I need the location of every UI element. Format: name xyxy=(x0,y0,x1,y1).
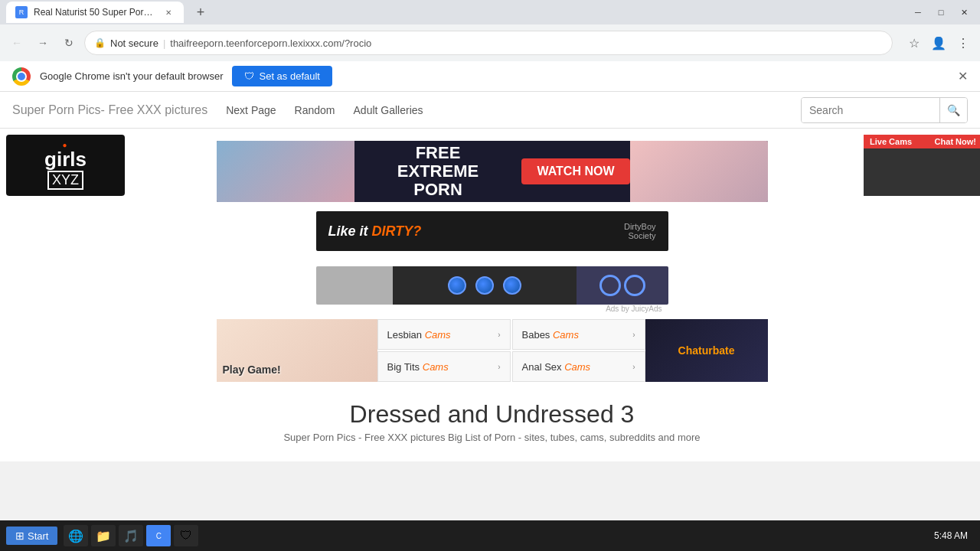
taskbar-items: 🌐 📁 🎵 C 🛡 xyxy=(64,525,922,546)
chat-now-label: Chat Now! xyxy=(935,137,976,146)
chevron-right-icon: › xyxy=(632,363,635,371)
ad-mid-container: Ads by JuicyAds xyxy=(126,260,858,319)
chaturbate-text: Chaturbate xyxy=(678,344,735,357)
address-divider: | xyxy=(163,37,165,49)
big-tits-cams-button[interactable]: Big Tits Cams › xyxy=(377,351,511,382)
main-navigation: Super Porn Pics- Free XXX pictures Next … xyxy=(0,92,980,129)
ad-banner-2-container: Like it DIRTY? DirtyBoySociety xyxy=(126,211,858,260)
page-layout: ● girls XYZ FREEEXTREMEPORN WATCH NOW Li… xyxy=(0,129,980,461)
chevron-right-icon: › xyxy=(498,363,500,371)
taskbar-ie-icon[interactable]: 🌐 xyxy=(64,525,88,546)
babes-cams-button[interactable]: Babes Cams › xyxy=(512,319,645,350)
taskbar-security-icon[interactable]: 🛡 xyxy=(174,525,198,546)
toolbar-icons: ☆ 👤 ⋮ xyxy=(903,32,974,54)
ad-watch-now-button[interactable]: WATCH NOW xyxy=(521,158,629,184)
start-button[interactable]: ⊞ Start xyxy=(6,527,57,545)
chevron-right-icon: › xyxy=(498,331,500,339)
shield-icon: 🛡 xyxy=(244,70,254,82)
new-tab-button[interactable]: + xyxy=(190,2,211,23)
chrome-logo-icon xyxy=(12,67,31,86)
banner-message: Google Chrome isn't your default browser xyxy=(40,70,223,82)
taskbar-media-icon[interactable]: 🎵 xyxy=(119,525,143,546)
search-container: 🔍 xyxy=(801,97,968,123)
url-text: thaifreeporn.teenforceporn.lexixxx.com/?… xyxy=(170,37,371,49)
cams-grid: Lesbian Cams › Babes Cams › Big Tits Cam… xyxy=(377,319,645,382)
play-game-ad[interactable]: Play Game! xyxy=(217,319,377,382)
ad-banner-1[interactable]: FREEEXTREMEPORN WATCH NOW xyxy=(217,141,768,202)
minimize-button[interactable]: ─ xyxy=(908,5,928,20)
ad-mid-banner[interactable] xyxy=(316,266,668,305)
cam-dot-2 xyxy=(475,276,494,295)
live-cams-content xyxy=(864,148,980,196)
girls-xyz-text: girls xyxy=(44,149,87,169)
site-title: Super Porn Pics- Free XXX pictures xyxy=(12,103,207,117)
tab-title: Real Naturist 50 Super Porn Pics - F... xyxy=(34,7,156,18)
cam-ring-2 xyxy=(624,275,645,296)
bookmark-star-icon[interactable]: ☆ xyxy=(903,32,925,54)
anal-sex-cams-button[interactable]: Anal Sex Cams › xyxy=(512,351,645,382)
juicyads-label: Ads by JuicyAds xyxy=(316,305,668,313)
refresh-button[interactable]: ↻ xyxy=(58,32,80,54)
girls-xyz-logo: ● girls XYZ xyxy=(44,141,87,190)
close-window-button[interactable]: ✕ xyxy=(954,5,974,20)
search-input[interactable] xyxy=(802,98,939,122)
cam-ring-1 xyxy=(599,275,621,296)
address-bar: ← → ↻ 🔒 Not secure | thaifreeporn.teenfo… xyxy=(0,24,980,61)
title-bar: R Real Naturist 50 Super Porn Pics - F..… xyxy=(0,0,980,24)
ad-mid-wrapper: Ads by JuicyAds xyxy=(316,266,668,316)
chaturbate-ad[interactable]: Chaturbate xyxy=(645,319,768,382)
not-secure-label: Not secure xyxy=(110,37,158,49)
dirty-logo: Like it DIRTY? xyxy=(328,223,422,240)
back-button[interactable]: ← xyxy=(6,32,28,54)
cam-dot-3 xyxy=(503,276,521,295)
cams-wrapper: Play Game! Lesbian Cams › Babes Cams › B… xyxy=(217,319,768,382)
ad-mid-right xyxy=(577,266,668,305)
tab-close-button[interactable]: ✕ xyxy=(162,6,175,18)
taskbar-folder-icon[interactable]: 📁 xyxy=(91,525,116,546)
ad-mid-left-image xyxy=(316,266,393,305)
ad-banner-right-image xyxy=(630,141,768,202)
cams-section: Play Game! Lesbian Cams › Babes Cams › B… xyxy=(126,319,858,388)
browser-tab[interactable]: R Real Naturist 50 Super Porn Pics - F..… xyxy=(6,2,184,23)
default-browser-banner: Google Chrome isn't your default browser… xyxy=(0,61,980,92)
dirtyboy-society: DirtyBoySociety xyxy=(624,222,656,240)
window-controls: ─ □ ✕ xyxy=(908,5,974,20)
adult-galleries-link[interactable]: Adult Galleries xyxy=(354,104,423,116)
ad-free-text: FREEEXTREMEPORN xyxy=(397,144,479,200)
ad-banner-center: FREEEXTREMEPORN xyxy=(354,144,522,200)
taskbar-time: 5:48 AM xyxy=(928,530,974,541)
main-content: FREEEXTREMEPORN WATCH NOW Like it DIRTY?… xyxy=(126,129,858,461)
girls-xyz-label: XYZ xyxy=(47,171,83,190)
left-sidebar: ● girls XYZ xyxy=(0,129,126,461)
menu-icon[interactable]: ⋮ xyxy=(952,32,974,54)
play-game-label: Play Game! xyxy=(223,364,281,376)
random-link[interactable]: Random xyxy=(295,104,335,116)
title-section: Dressed and Undressed 3 Super Porn Pics … xyxy=(126,388,858,449)
search-button[interactable]: 🔍 xyxy=(939,98,967,122)
lesbian-cams-button[interactable]: Lesbian Cams › xyxy=(377,319,511,350)
taskbar-chrome-icon[interactable]: C xyxy=(146,525,171,546)
ad-mid-center xyxy=(393,266,577,305)
banner-close-button[interactable]: ✕ xyxy=(958,69,968,83)
cam-dot-1 xyxy=(448,276,466,295)
page-subtitle: Super Porn Pics - Free XXX pictures Big … xyxy=(126,432,858,443)
maximize-button[interactable]: □ xyxy=(931,5,951,20)
girls-xyz-ad[interactable]: ● girls XYZ xyxy=(6,135,125,196)
ad-banner-2[interactable]: Like it DIRTY? DirtyBoySociety xyxy=(316,211,668,251)
set-default-button[interactable]: 🛡 Set as default xyxy=(232,66,332,86)
right-sidebar: Live Cams Chat Now! xyxy=(858,129,980,461)
forward-button[interactable]: → xyxy=(32,32,54,54)
address-input[interactable]: 🔒 Not secure | thaifreeporn.teenforcepor… xyxy=(84,31,893,55)
nav-links: Next Page Random Adult Galleries xyxy=(226,104,423,116)
chevron-right-icon: › xyxy=(632,331,635,339)
next-page-link[interactable]: Next Page xyxy=(226,104,276,116)
page-main-title: Dressed and Undressed 3 xyxy=(126,400,858,429)
live-cams-widget[interactable]: Live Cams Chat Now! xyxy=(864,135,980,196)
ad-banner-left-image xyxy=(217,141,354,202)
ad-banner-1-container: FREEEXTREMEPORN WATCH NOW xyxy=(126,141,858,211)
taskbar: ⊞ Start 🌐 📁 🎵 C 🛡 5:48 AM xyxy=(0,520,980,551)
windows-icon: ⊞ xyxy=(15,530,24,542)
account-icon[interactable]: 👤 xyxy=(928,32,949,54)
lock-icon: 🔒 xyxy=(94,37,106,48)
tab-favicon: R xyxy=(15,6,28,18)
